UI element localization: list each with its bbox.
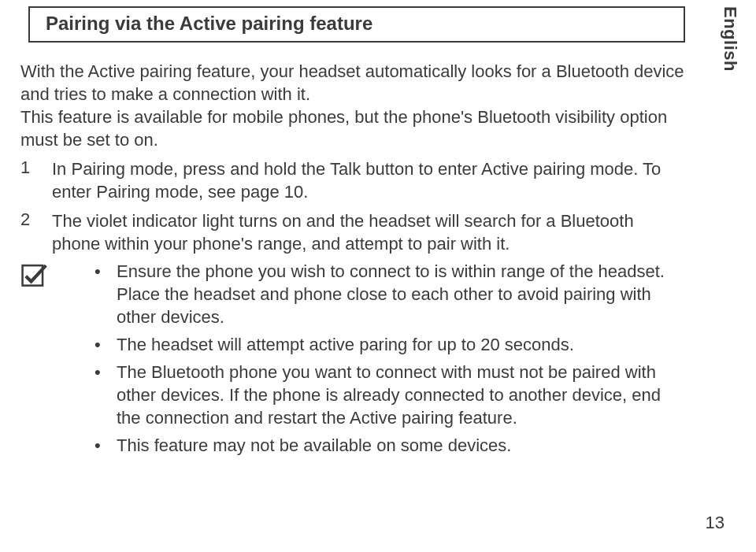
note-item: The Bluetooth phone you want to connect … (94, 361, 685, 429)
note-item: The headset will attempt active paring f… (94, 333, 685, 356)
step-2: 2 The violet indicator light turns on an… (20, 209, 685, 255)
intro-text-2: This feature is available for mobile pho… (20, 107, 667, 150)
step-number: 1 (20, 157, 52, 178)
notes-list: Ensure the phone you wish to connect to … (52, 260, 685, 461)
note-item: Ensure the phone you wish to connect to … (94, 260, 685, 328)
intro-paragraph: With the Active pairing feature, your he… (20, 60, 685, 151)
section-title: Pairing via the Active pairing feature (28, 6, 685, 43)
step-text: In Pairing mode, press and hold the Talk… (52, 157, 685, 203)
step-text: The violet indicator light turns on and … (52, 209, 685, 255)
intro-text-1: With the Active pairing feature, your he… (20, 61, 684, 104)
language-tab: English (720, 6, 740, 72)
note-item: This feature may not be available on som… (94, 434, 685, 457)
page-number: 13 (706, 513, 724, 533)
notes-block: Ensure the phone you wish to connect to … (20, 260, 685, 461)
step-number: 2 (20, 209, 52, 230)
checkbox-icon (20, 260, 52, 291)
steps-list: 1 In Pairing mode, press and hold the Ta… (20, 157, 685, 255)
manual-page: English Pairing via the Active pairing f… (0, 0, 756, 552)
step-1: 1 In Pairing mode, press and hold the Ta… (20, 157, 685, 203)
